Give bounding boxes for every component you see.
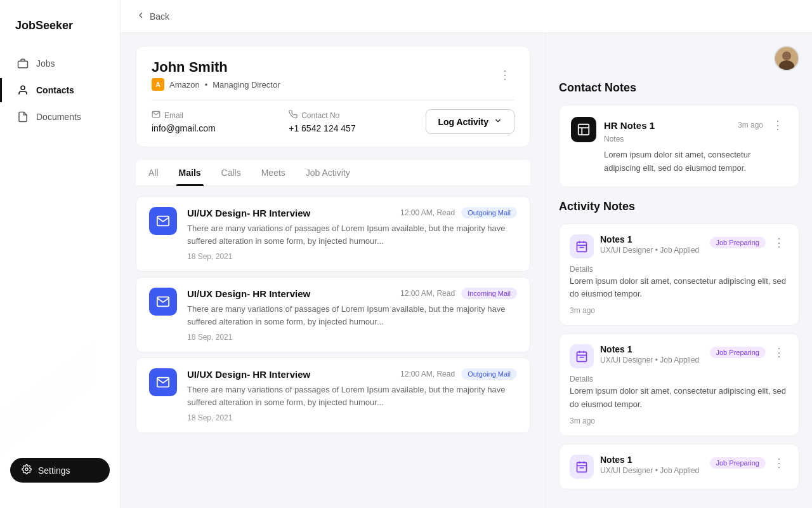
activity-more-button[interactable]: ⋮ [769,234,789,251]
documents-icon [17,111,29,123]
mail-preview: There are many variations of passages of… [187,384,517,408]
note-body: Lorem ipsum dolor sit amet, consectetur … [571,149,787,175]
activity-note-sub: UX/UI Designer • Job Applied [600,466,699,475]
sidebar-item-documents[interactable]: Documents [0,105,120,129]
contact-email-item: Email info@gmail.com [152,110,276,133]
mail-title: UI/UX Design- HR Interview [187,369,310,380]
mail-icon [149,207,177,235]
tab-all[interactable]: All [146,160,161,185]
sidebar-item-documents-label: Documents [36,112,81,122]
activity-icon-wrap [570,344,594,368]
svg-rect-14 [577,352,587,362]
activity-note-card: Notes 1 UX/UI Designer • Job Applied Job… [559,224,799,326]
company-icon: A [152,78,164,91]
back-button[interactable]: Back [136,10,169,22]
contact-role: Managing Director [213,80,280,90]
svg-rect-6 [579,124,589,135]
job-badge: Job Preparing [710,457,766,469]
ago-text: 3m ago [570,306,789,315]
activity-note-sub: UX/UI Designer • Job Applied [600,356,699,364]
contact-more-button[interactable]: ⋮ [495,67,514,83]
note-icon-wrap [571,117,596,142]
mail-body: UI/UX Design- HR Interview 12:00 AM, Rea… [187,368,517,422]
mail-time: 12:00 AM, Read [400,370,455,378]
settings-button[interactable]: Settings [10,458,110,483]
contact-company: A Amazon • Managing Director [152,78,280,91]
log-activity-button[interactable]: Log Activity [426,109,514,134]
activity-note-card: Notes 1 UX/UI Designer • Job Applied Job… [559,444,799,490]
activity-note-title-row: Notes 1 UX/UI Designer • Job Applied Job… [600,344,789,364]
sidebar-item-jobs[interactable]: Jobs [0,51,120,76]
phone-value: +1 6542 124 457 [289,123,413,133]
activity-more-button[interactable]: ⋮ [769,455,789,471]
mail-body: UI/UX Design- HR Interview 12:00 AM, Rea… [187,288,517,342]
mail-title-row: UI/UX Design- HR Interview 12:00 AM, Rea… [187,368,517,380]
mail-item: UI/UX Design- HR Interview 12:00 AM, Rea… [136,277,530,352]
svg-point-1 [21,86,25,90]
activity-note-title: Notes 1 [600,455,699,465]
activity-icon-wrap [570,234,594,258]
center-panel: John Smith A Amazon • Managing Director … [121,33,546,508]
mail-icon [149,368,177,396]
tab-calls[interactable]: Calls [219,160,244,185]
activity-note-sub: UX/UI Designer • Job Applied [600,246,699,255]
activity-more-button[interactable]: ⋮ [769,344,789,361]
details-text: Lorem ipsum dolor sit amet, consectetur … [570,275,789,302]
note-more-button[interactable]: ⋮ [768,117,787,133]
main-content: Back John Smith A Amazon • Managing Dire… [121,0,812,508]
activity-note-title-row: Notes 1 UX/UI Designer • Job Applied Job… [600,455,789,475]
contact-divider [152,100,514,100]
activity-notes-title: Activity Notes [559,200,799,213]
activity-tabs: All Mails Calls Meets Job Activity [136,160,530,186]
mail-meta: 12:00 AM, Read Incoming Mail [400,288,517,299]
mail-item: UI/UX Design- HR Interview 12:00 AM, Rea… [136,196,530,272]
app-logo: JobSeeker [0,13,120,51]
contact-phone-item: Contact No +1 6542 124 457 [289,110,413,133]
sidebar-item-contacts-label: Contacts [36,85,74,95]
note-title-row: HR Notes 1 3m ago ⋮ [604,117,787,133]
note-header: HR Notes 1 3m ago ⋮ Notes [571,117,787,144]
svg-point-2 [25,468,28,471]
activity-note-title: Notes 1 [600,344,699,354]
mail-title-row: UI/UX Design- HR Interview 12:00 AM, Rea… [187,207,517,218]
back-arrow-icon [136,10,146,22]
contact-header: John Smith A Amazon • Managing Director … [152,59,514,91]
topbar: Back [121,0,812,33]
job-badge: Job Preparing [710,237,766,248]
sidebar-item-contacts[interactable]: Contacts [0,78,120,102]
svg-point-4 [782,51,791,60]
activity-note-card: Notes 1 UX/UI Designer • Job Applied Job… [559,333,799,436]
details-text: Lorem ipsum dolor sit amet, consectetur … [570,385,789,411]
activity-note-title-row: Notes 1 UX/UI Designer • Job Applied Job… [600,234,789,255]
mail-date: 18 Sep, 2021 [187,413,517,422]
mail-icon [149,288,177,316]
content-area: John Smith A Amazon • Managing Director … [121,33,812,508]
email-icon [152,110,160,121]
tab-job-activity[interactable]: Job Activity [303,160,353,185]
mail-date: 18 Sep, 2021 [187,333,517,342]
mail-badge: Outgoing Mail [461,207,517,218]
ago-text: 3m ago [570,417,789,425]
activity-icon-wrap [570,455,594,479]
phone-label: Contact No [289,110,413,121]
mail-list: UI/UX Design- HR Interview 12:00 AM, Rea… [136,196,530,433]
details-label: Details [570,375,789,384]
activity-note-info: Notes 1 UX/UI Designer • Job Applied [600,234,699,255]
activity-note-header: Notes 1 UX/UI Designer • Job Applied Job… [570,455,789,479]
contact-name-area: John Smith A Amazon • Managing Director [152,59,280,91]
mail-preview: There are many variations of passages of… [187,222,517,247]
mail-date: 18 Sep, 2021 [187,252,517,261]
sidebar-bottom: Settings [0,445,120,495]
mail-title: UI/UX Design- HR Interview [187,208,310,218]
tab-mails[interactable]: Mails [176,160,204,185]
note-time: 3m ago [738,121,763,130]
contact-note-card: HR Notes 1 3m ago ⋮ Notes Lorem ipsum do… [559,105,799,187]
briefcase-icon [17,58,29,69]
tab-meets[interactable]: Meets [259,160,288,185]
mail-badge: Outgoing Mail [461,368,517,380]
contact-notes-title: Contact Notes [559,81,799,95]
mail-title-row: UI/UX Design- HR Interview 12:00 AM, Rea… [187,288,517,299]
email-label: Email [152,110,276,121]
mail-item: UI/UX Design- HR Interview 12:00 AM, Rea… [136,358,530,433]
activity-note-header: Notes 1 UX/UI Designer • Job Applied Job… [570,234,789,258]
